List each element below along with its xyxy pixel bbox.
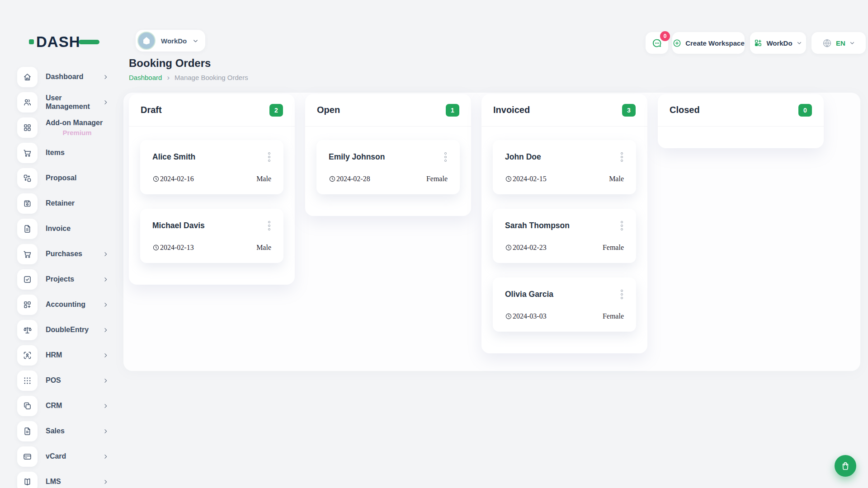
booking-name: Emily Johnson: [329, 152, 385, 162]
apps-icon: [754, 38, 763, 47]
plus-circle-icon: [672, 38, 682, 48]
grid-add-icon: [17, 295, 38, 315]
column-title: Draft: [141, 105, 162, 115]
globe-icon: [822, 38, 832, 48]
sidebar-item-retainer[interactable]: Retainer: [17, 193, 108, 214]
messages-button[interactable]: 0: [646, 32, 668, 54]
sidebar-item-dashboard[interactable]: Dashboard: [17, 67, 108, 87]
sidebar-item-invoice[interactable]: Invoice: [17, 219, 108, 239]
card-menu-button[interactable]: [267, 151, 271, 163]
clock-icon: [152, 244, 160, 251]
sidebar-item-addon-manager[interactable]: Add-on Manager Premium: [17, 117, 108, 138]
grid-icon: [17, 117, 38, 138]
sidebar-item-items[interactable]: Items: [17, 143, 108, 163]
booking-name: John Doe: [505, 152, 541, 162]
card-menu-button[interactable]: [267, 220, 271, 231]
chevron-right-icon: [103, 74, 108, 80]
sidebar-item-vcard[interactable]: vCard: [17, 446, 108, 467]
sidebar-item-doubleentry[interactable]: DoubleEntry: [17, 320, 108, 340]
booking-card[interactable]: Michael Davis 2024-02-13 Male: [140, 209, 283, 263]
logo-text: DASH: [36, 34, 80, 49]
users-icon: [17, 92, 38, 113]
empty-column-dropzone[interactable]: [658, 127, 824, 148]
addon-manager-label: Add-on Manager: [46, 119, 103, 127]
chevron-right-icon: [103, 327, 108, 333]
sidebar-item-hrm[interactable]: HRM: [17, 345, 108, 366]
chevron-down-icon: [796, 40, 802, 46]
booking-card[interactable]: Alice Smith 2024-02-16 Male: [140, 140, 283, 194]
cart-icon: [17, 244, 38, 264]
checkbox-icon: [17, 269, 38, 290]
create-workspace-button[interactable]: Create Workspace: [672, 32, 745, 54]
clock-icon: [505, 244, 512, 251]
card-menu-button[interactable]: [620, 151, 624, 163]
chevron-right-icon: [103, 251, 108, 257]
sidebar-item-sales[interactable]: Sales: [17, 421, 108, 441]
cart-floating-button[interactable]: [835, 455, 856, 477]
column-title: Invoiced: [493, 105, 530, 115]
create-workspace-label: Create Workspace: [685, 39, 745, 47]
grid-dots-icon: [17, 371, 38, 391]
sidebar-item-projects[interactable]: Projects: [17, 269, 108, 290]
workspace-avatar: [137, 32, 156, 50]
booking-date: 2024-02-13: [160, 244, 194, 252]
shopping-bag-icon: [840, 461, 850, 471]
sidebar-item-pos[interactable]: POS: [17, 371, 108, 391]
chevron-right-icon: [103, 277, 108, 282]
breadcrumb-dashboard-link[interactable]: Dashboard: [129, 74, 162, 81]
chevron-right-icon: [103, 99, 108, 105]
home-icon: [17, 67, 38, 87]
chevron-right-icon: [103, 428, 108, 434]
messages-count-badge: 0: [660, 31, 670, 41]
chevron-right-icon: [103, 378, 108, 384]
booking-gender: Female: [426, 175, 448, 183]
sidebar-item-proposal[interactable]: Proposal: [17, 168, 108, 188]
booking-card[interactable]: Olivia Garcia 2024-03-03 Female: [493, 277, 636, 332]
card-menu-button[interactable]: [620, 220, 624, 231]
sidebar-item-accounting[interactable]: Accounting: [17, 295, 108, 315]
chevron-right-icon: [103, 479, 108, 485]
scale-icon: [17, 320, 38, 340]
sidebar-item-crm[interactable]: CRM: [17, 396, 108, 416]
workspace-selector[interactable]: WorkDo: [136, 30, 205, 52]
file-icon: [17, 421, 38, 441]
book-icon: [17, 472, 38, 488]
workspace-name: WorkDo: [161, 37, 187, 45]
user-scan-icon: [17, 345, 38, 366]
sidebar-item-purchases[interactable]: Purchases: [17, 244, 108, 264]
booking-card[interactable]: Sarah Thompson 2024-02-23 Female: [493, 209, 636, 263]
card-menu-button[interactable]: [443, 151, 448, 163]
workspace-dropdown-label: WorkDo: [766, 39, 792, 47]
booking-card[interactable]: John Doe 2024-02-15 Male: [493, 140, 636, 194]
chevron-right-icon: [103, 302, 108, 308]
column-count-badge: 0: [798, 104, 812, 117]
language-selector[interactable]: EN: [811, 32, 866, 54]
breadcrumb-current: Manage Booking Orders: [175, 74, 248, 81]
booking-date: 2024-02-23: [513, 244, 547, 252]
column-title: Open: [317, 105, 340, 115]
booking-gender: Male: [609, 175, 624, 183]
board-column-closed: Closed 0: [658, 94, 824, 148]
workspace-dropdown[interactable]: WorkDo: [750, 32, 806, 54]
credit-card-icon: [17, 446, 38, 467]
column-count-badge: 3: [622, 104, 636, 117]
transform-icon: [17, 168, 38, 188]
card-menu-button[interactable]: [620, 289, 624, 300]
booking-gender: Female: [603, 244, 624, 252]
breadcrumb-separator: ›: [167, 74, 170, 81]
booking-orders-board: Draft 2 Alice Smith 2024-02-16 Male: [123, 93, 860, 371]
booking-date: 2024-03-03: [513, 312, 547, 320]
booking-date: 2024-02-15: [513, 175, 547, 183]
board-column-draft: Draft 2 Alice Smith 2024-02-16 Male: [129, 94, 295, 285]
booking-gender: Female: [603, 312, 624, 320]
sidebar-item-lms[interactable]: LMS: [17, 472, 108, 488]
chevron-right-icon: [103, 454, 108, 460]
premium-badge: Premium: [46, 129, 108, 136]
app-logo[interactable]: DASH: [29, 34, 99, 49]
sidebar-item-user-management[interactable]: User Management: [17, 92, 108, 113]
booking-card[interactable]: Emily Johnson 2024-02-28 Female: [316, 140, 460, 194]
chevron-down-icon: [849, 40, 855, 46]
booking-name: Olivia Garcia: [505, 290, 553, 299]
board-column-invoiced: Invoiced 3 John Doe 2024-02-15 Male: [481, 94, 647, 353]
booking-gender: Male: [256, 175, 271, 183]
